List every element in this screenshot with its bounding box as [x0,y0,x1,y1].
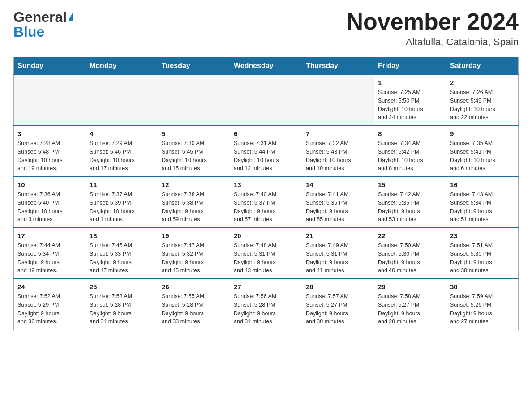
day-info: Sunrise: 7:57 AM Sunset: 5:27 PM Dayligh… [306,292,370,326]
day-number: 22 [378,232,442,240]
calendar-table: SundayMondayTuesdayWednesdayThursdayFrid… [13,57,519,330]
day-info: Sunrise: 7:48 AM Sunset: 5:31 PM Dayligh… [234,241,298,275]
weekday-header-row: SundayMondayTuesdayWednesdayThursdayFrid… [14,57,519,75]
calendar-cell: 14Sunrise: 7:41 AM Sunset: 5:36 PM Dayli… [302,177,374,228]
day-info: Sunrise: 7:40 AM Sunset: 5:37 PM Dayligh… [234,190,298,224]
day-number: 21 [306,232,370,240]
day-number: 8 [378,130,442,137]
calendar-cell: 22Sunrise: 7:50 AM Sunset: 5:30 PM Dayli… [374,228,446,279]
calendar-cell: 4Sunrise: 7:29 AM Sunset: 5:46 PM Daylig… [86,126,158,177]
calendar-cell: 6Sunrise: 7:31 AM Sunset: 5:44 PM Daylig… [230,126,302,177]
day-info: Sunrise: 7:26 AM Sunset: 5:49 PM Dayligh… [450,88,515,122]
month-title: November 2024 [347,9,519,34]
calendar-cell: 11Sunrise: 7:37 AM Sunset: 5:39 PM Dayli… [86,177,158,228]
calendar-week-row: 24Sunrise: 7:52 AM Sunset: 5:29 PM Dayli… [14,279,519,330]
calendar-cell: 28Sunrise: 7:57 AM Sunset: 5:27 PM Dayli… [302,279,374,330]
day-info: Sunrise: 7:47 AM Sunset: 5:32 PM Dayligh… [162,241,226,275]
day-info: Sunrise: 7:34 AM Sunset: 5:42 PM Dayligh… [378,139,442,173]
day-info: Sunrise: 7:53 AM Sunset: 5:28 PM Dayligh… [90,292,154,326]
weekday-header-sunday: Sunday [14,57,86,75]
logo-blue-text: Blue [13,24,44,40]
day-info: Sunrise: 7:28 AM Sunset: 5:48 PM Dayligh… [17,139,82,173]
calendar-cell: 15Sunrise: 7:42 AM Sunset: 5:35 PM Dayli… [374,177,446,228]
weekday-header-tuesday: Tuesday [158,57,230,75]
weekday-header-saturday: Saturday [446,57,519,75]
day-number: 18 [90,232,154,240]
day-number: 30 [450,283,515,291]
day-number: 1 [378,79,442,86]
day-number: 10 [17,181,82,188]
calendar-cell: 25Sunrise: 7:53 AM Sunset: 5:28 PM Dayli… [86,279,158,330]
calendar-cell: 21Sunrise: 7:49 AM Sunset: 5:31 PM Dayli… [302,228,374,279]
day-number: 23 [450,232,515,240]
day-number: 9 [450,130,515,137]
day-number: 11 [90,181,154,188]
calendar-cell: 29Sunrise: 7:58 AM Sunset: 5:27 PM Dayli… [374,279,446,330]
day-number: 7 [306,130,370,137]
day-info: Sunrise: 7:58 AM Sunset: 5:27 PM Dayligh… [378,292,442,326]
day-number: 27 [234,283,298,291]
day-info: Sunrise: 7:56 AM Sunset: 5:28 PM Dayligh… [234,292,298,326]
calendar-cell [302,75,374,126]
calendar-cell: 26Sunrise: 7:55 AM Sunset: 5:28 PM Dayli… [158,279,230,330]
day-info: Sunrise: 7:59 AM Sunset: 5:26 PM Dayligh… [450,292,515,326]
calendar-cell: 23Sunrise: 7:51 AM Sunset: 5:30 PM Dayli… [446,228,519,279]
day-info: Sunrise: 7:45 AM Sunset: 5:33 PM Dayligh… [90,241,154,275]
day-info: Sunrise: 7:31 AM Sunset: 5:44 PM Dayligh… [234,139,298,173]
calendar-cell [230,75,302,126]
calendar-cell: 19Sunrise: 7:47 AM Sunset: 5:32 PM Dayli… [158,228,230,279]
calendar-cell: 5Sunrise: 7:30 AM Sunset: 5:45 PM Daylig… [158,126,230,177]
day-number: 20 [234,232,298,240]
day-info: Sunrise: 7:51 AM Sunset: 5:30 PM Dayligh… [450,241,515,275]
title-block: November 2024 Altafulla, Catalonia, Spai… [347,9,519,48]
calendar-cell: 3Sunrise: 7:28 AM Sunset: 5:48 PM Daylig… [14,126,86,177]
day-number: 17 [17,232,82,240]
weekday-header-thursday: Thursday [302,57,374,75]
calendar-week-row: 1Sunrise: 7:25 AM Sunset: 5:50 PM Daylig… [14,75,519,126]
logo: General Blue [13,9,73,40]
calendar-cell: 24Sunrise: 7:52 AM Sunset: 5:29 PM Dayli… [14,279,86,330]
day-number: 6 [234,130,298,137]
day-info: Sunrise: 7:42 AM Sunset: 5:35 PM Dayligh… [378,190,442,224]
calendar-cell [158,75,230,126]
day-info: Sunrise: 7:43 AM Sunset: 5:34 PM Dayligh… [450,190,515,224]
day-number: 24 [17,283,82,291]
calendar-cell: 27Sunrise: 7:56 AM Sunset: 5:28 PM Dayli… [230,279,302,330]
day-number: 14 [306,181,370,188]
day-info: Sunrise: 7:30 AM Sunset: 5:45 PM Dayligh… [162,139,226,173]
calendar-cell: 17Sunrise: 7:44 AM Sunset: 5:34 PM Dayli… [14,228,86,279]
calendar-cell: 18Sunrise: 7:45 AM Sunset: 5:33 PM Dayli… [86,228,158,279]
day-info: Sunrise: 7:32 AM Sunset: 5:43 PM Dayligh… [306,139,370,173]
day-number: 28 [306,283,370,291]
page-header: General Blue November 2024 Altafulla, Ca… [13,9,519,48]
weekday-header-monday: Monday [86,57,158,75]
calendar-cell: 7Sunrise: 7:32 AM Sunset: 5:43 PM Daylig… [302,126,374,177]
day-info: Sunrise: 7:25 AM Sunset: 5:50 PM Dayligh… [378,88,442,122]
day-info: Sunrise: 7:38 AM Sunset: 5:38 PM Dayligh… [162,190,226,224]
day-info: Sunrise: 7:37 AM Sunset: 5:39 PM Dayligh… [90,190,154,224]
day-number: 19 [162,232,226,240]
day-number: 5 [162,130,226,137]
day-info: Sunrise: 7:36 AM Sunset: 5:40 PM Dayligh… [17,190,82,224]
calendar-cell [86,75,158,126]
weekday-header-friday: Friday [374,57,446,75]
day-info: Sunrise: 7:35 AM Sunset: 5:41 PM Dayligh… [450,139,515,173]
day-info: Sunrise: 7:52 AM Sunset: 5:29 PM Dayligh… [17,292,82,326]
calendar-cell: 10Sunrise: 7:36 AM Sunset: 5:40 PM Dayli… [14,177,86,228]
calendar-cell: 30Sunrise: 7:59 AM Sunset: 5:26 PM Dayli… [446,279,519,330]
calendar-cell: 2Sunrise: 7:26 AM Sunset: 5:49 PM Daylig… [446,75,519,126]
location-title: Altafulla, Catalonia, Spain [347,36,519,48]
calendar-cell: 13Sunrise: 7:40 AM Sunset: 5:37 PM Dayli… [230,177,302,228]
calendar-week-row: 10Sunrise: 7:36 AM Sunset: 5:40 PM Dayli… [14,177,519,228]
calendar-cell: 1Sunrise: 7:25 AM Sunset: 5:50 PM Daylig… [374,75,446,126]
calendar-cell: 8Sunrise: 7:34 AM Sunset: 5:42 PM Daylig… [374,126,446,177]
day-number: 29 [378,283,442,291]
day-number: 26 [162,283,226,291]
logo-triangle-icon [68,12,73,21]
day-info: Sunrise: 7:44 AM Sunset: 5:34 PM Dayligh… [17,241,82,275]
calendar-cell: 9Sunrise: 7:35 AM Sunset: 5:41 PM Daylig… [446,126,519,177]
calendar-cell [14,75,86,126]
day-info: Sunrise: 7:29 AM Sunset: 5:46 PM Dayligh… [90,139,154,173]
day-number: 16 [450,181,515,188]
day-info: Sunrise: 7:41 AM Sunset: 5:36 PM Dayligh… [306,190,370,224]
